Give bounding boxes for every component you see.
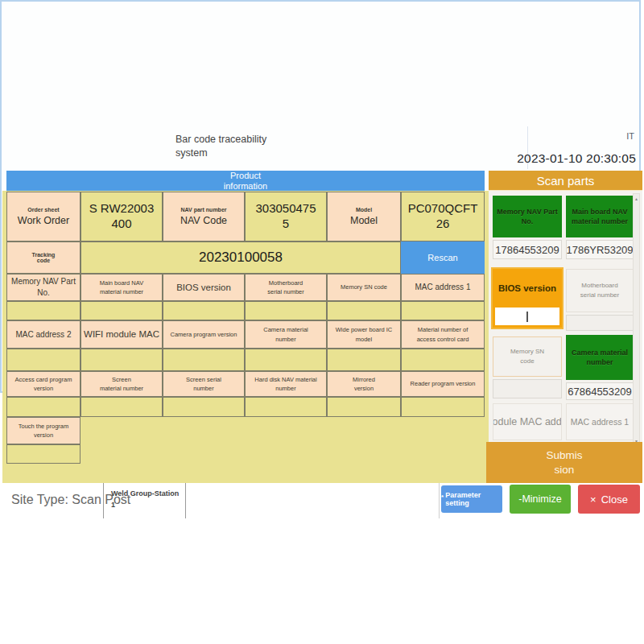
field-header-motherboard-sn: Motherboard serial number [245,274,327,301]
model-sublabel: Model [356,207,372,213]
scan-card-memory-nav-value: 17864553209 [493,240,562,259]
scan-parts-header: Scan parts [489,171,642,191]
field-header-access-card-material: Material number of access control card [401,320,485,349]
scan-card-camera-material-label: Camera material number [566,335,634,380]
field-value-hdd-nav [245,397,327,417]
scan-card-memory-sn-label: Memory SN code [493,336,562,377]
close-button[interactable]: × Close [578,485,640,514]
station-label: Weld Group-Station 1 [111,489,184,510]
app-title: Bar code traceability system [175,133,312,160]
scroll-up-icon[interactable]: ▲ [634,194,639,203]
field-value-memory-sn [327,301,401,320]
datetime-display: 2023-01-10 20:30:05 [494,151,636,166]
field-header-mainboard-nav: Main board NAV material number [80,274,163,301]
scan-card-mac1: MAC address 1 [566,403,634,440]
text-caret [526,312,528,322]
model-label: Model [350,215,378,226]
scan-card-camera-material: Camera material number 67864553209 [566,335,634,400]
scan-card-bios-label: BIOS version [495,269,559,308]
nav-code-sublabel: NAV part number [180,207,226,213]
submission-button[interactable]: Submis sion [486,442,642,483]
field-header-memory-nav: Memory NAV Part No. [6,274,80,301]
product-table: Order sheet Work Order S RW22003 400 NAV… [6,192,485,464]
scan-card-bios-version: BIOS version [491,267,564,329]
footer-divider [185,483,186,518]
field-header-access-card-program: Access card program version [6,371,80,397]
scan-card-memory-sn: Memory SN code [493,336,562,398]
nav-code-value: 303050475 5 [245,192,327,242]
nav-code-label: NAV Code [180,215,227,226]
scan-card-mainboard-nav: Main board NAV material number 1786YR532… [566,196,634,259]
scan-card-motherboard-sn: Motherboard serial number [566,269,634,331]
tracking-code-cell: Tracking code [6,242,80,274]
field-value-mirrored-version [327,397,401,417]
product-information-header: Product information [6,171,485,191]
corner-label: IT [531,131,634,141]
field-value-camera-program [163,349,245,371]
field-value-screen-serial [163,397,245,417]
scan-card-camera-material-value: 67864553209 [566,382,634,400]
minimize-label: -Minimize [518,493,561,505]
field-value-wifi-mac [80,349,163,371]
field-value-mac1 [401,301,485,320]
field-value-reader-program [401,397,485,417]
scan-card-memory-sn-value [493,379,562,398]
field-header-screen-serial: Screen serial number [163,371,245,397]
field-value-access-card-material [401,349,485,371]
field-value-power-board [327,349,401,371]
field-header-hdd-nav: Hard disk NAV material number [245,371,327,397]
work-order-value: S RW22003 400 [80,192,163,242]
field-value-access-card-program [6,397,80,417]
field-header-mac1: MAC address 1 [401,274,485,301]
footer-divider [439,483,440,518]
bios-version-input[interactable] [495,308,559,325]
scan-card-motherboard-sn-value [566,315,634,331]
scan-card-mainboard-nav-value: 1786YR53209 [566,240,634,259]
model-cell: Model Model [327,192,401,242]
asterisk-icon: * [441,493,444,501]
minimize-button[interactable]: -Minimize [510,485,571,514]
field-header-touch-program: Touch the program version [6,417,80,444]
scan-parts-panel: Scan parts Memory NAV Part No. 178645532… [489,171,642,481]
scan-card-motherboard-sn-label: Motherboard serial number [566,269,634,312]
field-value-bios-version [163,301,245,320]
field-value-camera-material [245,349,327,371]
field-header-camera-program: Camera program version [163,320,245,349]
field-header-power-board: Wide power board IC model [327,320,401,349]
field-header-mac2: MAC address 2 [6,320,80,349]
model-value: PC070QCFT 26 [401,192,485,242]
field-header-memory-sn: Memory SN code [327,274,401,301]
scan-card-memory-nav-label: Memory NAV Part No. [493,196,562,237]
field-header-screen-material: Screen material number [80,371,163,397]
parameter-setting-label: Parameter setting [445,491,502,507]
panel-scrollbar: ▲ ▼ [633,193,640,446]
parameter-setting-button[interactable]: * Parameter setting [441,485,502,513]
field-value-memory-nav [6,301,80,320]
field-value-screen-material [80,397,163,417]
field-value-motherboard-sn [245,301,327,320]
field-value-mainboard-nav [80,301,163,320]
footer-divider [103,483,104,518]
order-sheet-cell: Order sheet Work Order [6,192,80,242]
tracking-code-value: 20230100058 [80,242,401,274]
scan-card-memory-nav: Memory NAV Part No. 17864553209 [493,196,562,259]
nav-code-cell: NAV part number NAV Code [163,192,245,242]
scan-card-module-mac: Module MAC addre [493,403,562,440]
order-sheet-label: Work Order [18,215,69,226]
order-sheet-sublabel: Order sheet [27,207,59,213]
close-label: Close [601,493,628,506]
field-header-wifi-mac: WIFI module MAC [80,320,163,349]
field-value-touch-program [6,444,80,464]
field-header-bios-version: BIOS version [163,274,245,301]
titlebar: Bar code traceability system IT 2023-01-… [0,0,644,44]
field-header-mirrored-version: Mirrored version [327,371,401,397]
field-header-reader-program: Reader program version [401,371,485,397]
field-header-camera-material: Camera material number [245,320,327,349]
rescan-button[interactable]: Rescan [401,242,485,274]
field-value-mac2 [6,349,80,371]
close-icon: × [590,493,597,506]
scan-card-mainboard-nav-label: Main board NAV material number [566,196,634,237]
